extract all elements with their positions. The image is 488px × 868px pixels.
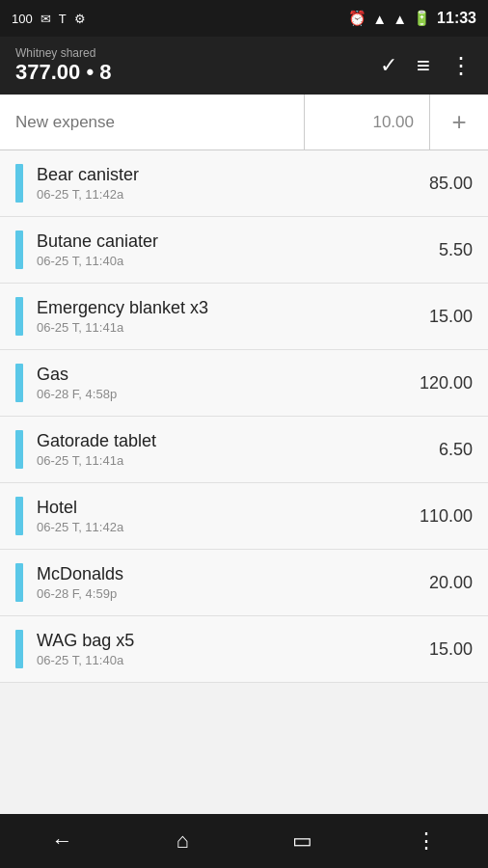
expense-color-indicator [15, 364, 23, 402]
add-expense-button[interactable]: + [430, 95, 488, 149]
expense-date: 06-28 F, 4:58p [37, 387, 405, 401]
back-button[interactable] [51, 828, 72, 854]
more-options-icon[interactable] [449, 52, 473, 79]
expense-item[interactable]: Emergency blanket x3 06-25 T, 11:41a 15.… [0, 284, 488, 350]
expense-details: McDonalds 06-28 F, 4:59p [37, 564, 405, 601]
plus-icon: + [451, 107, 466, 137]
status-left: 100 ✉ T ⚙ [12, 12, 86, 26]
expense-details: Hotel 06-25 T, 11:42a [37, 498, 405, 534]
signal-icon: ▲ [393, 11, 407, 27]
action-bar-title: Whitney shared 377.00 • 8 [15, 46, 112, 85]
action-bar: Whitney shared 377.00 • 8 [0, 37, 488, 95]
expense-amount: 6.50 [405, 440, 473, 460]
expense-name: Gas [37, 365, 405, 385]
action-bar-amount: 377.00 • 8 [15, 60, 112, 85]
expense-date: 06-25 T, 11:40a [37, 254, 405, 268]
expense-date: 06-25 T, 11:41a [37, 320, 405, 335]
check-icon[interactable] [380, 53, 397, 78]
expense-item[interactable]: Butane caniater 06-25 T, 11:40a 5.50 [0, 217, 488, 284]
expense-amount: 5.50 [405, 240, 473, 260]
expense-item[interactable]: Gatorade tablet 06-25 T, 11:41a 6.50 [0, 417, 488, 483]
status-right: ⏰ ▲ ▲ 🔋 11:33 [348, 10, 476, 27]
more-button[interactable] [416, 828, 437, 854]
mail-icon: ✉ [41, 12, 51, 26]
recent-apps-button[interactable] [292, 828, 312, 854]
expense-input[interactable] [0, 95, 305, 149]
expense-date: 06-25 T, 11:42a [37, 187, 405, 202]
expense-name: WAG bag x5 [37, 631, 405, 651]
expense-details: WAG bag x5 06-25 T, 11:40a [37, 631, 405, 667]
home-button[interactable] [176, 828, 188, 854]
expense-color-indicator [15, 563, 23, 602]
expense-details: Gas 06-28 F, 4:58p [37, 365, 405, 401]
expense-color-indicator [15, 164, 23, 203]
expense-color-indicator [15, 430, 23, 469]
expense-item[interactable]: Hotel 06-25 T, 11:42a 110.00 [0, 483, 488, 550]
status-bar: 100 ✉ T ⚙ ⏰ ▲ ▲ 🔋 11:33 [0, 0, 488, 37]
expense-date: 06-28 F, 4:59p [37, 586, 405, 601]
alarm-icon: ⏰ [348, 10, 366, 27]
bottom-bar [0, 814, 488, 868]
expense-name: McDonalds [37, 564, 405, 584]
expense-item[interactable]: Bear canister 06-25 T, 11:42a 85.00 [0, 150, 488, 217]
expense-details: Bear canister 06-25 T, 11:42a [37, 165, 405, 202]
expense-color-indicator [15, 297, 23, 336]
expense-item[interactable]: McDonalds 06-28 F, 4:59p 20.00 [0, 550, 488, 616]
action-bar-subtitle: Whitney shared [15, 46, 112, 60]
t-icon: T [59, 12, 67, 26]
android-icon: ⚙ [74, 12, 86, 26]
expense-amount: 85.00 [405, 174, 473, 194]
expense-color-indicator [15, 231, 23, 269]
battery-icon: 🔋 [413, 10, 431, 27]
expense-list: Bear canister 06-25 T, 11:42a 85.00 Buta… [0, 150, 488, 814]
expense-amount: 20.00 [405, 573, 473, 593]
expense-name: Gatorade tablet [37, 431, 405, 451]
action-bar-icons [380, 52, 473, 79]
input-row: + [0, 95, 488, 150]
amount-input[interactable] [305, 95, 430, 149]
expense-details: Butane caniater 06-25 T, 11:40a [37, 231, 405, 268]
expense-name: Emergency blanket x3 [37, 298, 405, 318]
expense-date: 06-25 T, 11:42a [37, 520, 405, 534]
expense-details: Emergency blanket x3 06-25 T, 11:41a [37, 298, 405, 335]
expense-amount: 15.00 [405, 639, 473, 660]
expense-date: 06-25 T, 11:40a [37, 653, 405, 667]
expense-color-indicator [15, 497, 23, 535]
list-icon[interactable] [417, 52, 430, 79]
expense-item[interactable]: Gas 06-28 F, 4:58p 120.00 [0, 350, 488, 417]
expense-name: Hotel [37, 498, 405, 518]
battery-indicator: 100 [12, 12, 33, 26]
expense-details: Gatorade tablet 06-25 T, 11:41a [37, 431, 405, 468]
time-display: 11:33 [437, 10, 476, 27]
expense-date: 06-25 T, 11:41a [37, 453, 405, 468]
expense-color-indicator [15, 630, 23, 668]
expense-name: Bear canister [37, 165, 405, 185]
expense-amount: 110.00 [405, 506, 473, 527]
expense-amount: 120.00 [405, 373, 473, 393]
expense-item[interactable]: WAG bag x5 06-25 T, 11:40a 15.00 [0, 616, 488, 683]
expense-name: Butane caniater [37, 231, 405, 252]
expense-amount: 15.00 [405, 307, 473, 327]
wifi-icon: ▲ [372, 11, 387, 27]
